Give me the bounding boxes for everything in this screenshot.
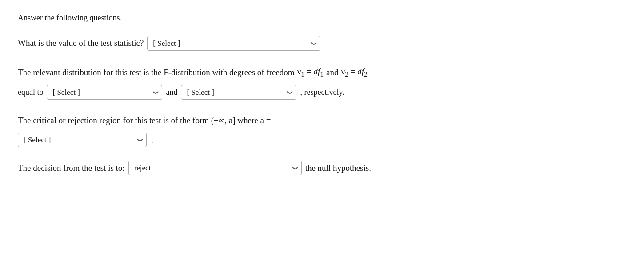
q2-equal-to: equal to [18, 88, 43, 97]
q4-decision-select[interactable]: reject fail to reject [128, 161, 302, 175]
q2-and-text: and [326, 65, 338, 80]
q3-rejection-select[interactable]: [ Select ] Option 1 Option 2 [18, 133, 147, 147]
q4-suffix: the null hypothesis. [305, 161, 371, 175]
q2-respectively: , respectively. [300, 88, 344, 97]
q2-and-between: and [166, 88, 177, 97]
q2-select2-wrapper: [ Select ] 1 2 [181, 85, 296, 100]
q3-line1: The critical or rejection region for thi… [18, 113, 271, 128]
q4-select-wrapper: reject fail to reject [128, 161, 302, 175]
q2-v1: ν1 = df1 [297, 64, 324, 81]
q3-dot: . [151, 133, 153, 147]
intro-text: Answer the following questions. [18, 13, 626, 23]
test-statistic-wrapper: [ Select ] Option 1 Option 2 [147, 36, 320, 51]
q2-select1-wrapper: [ Select ] 1 2 [47, 85, 162, 100]
q1-label: What is the value of the test statistic? [18, 36, 144, 50]
q4-label: The decision from the test is to: [18, 161, 125, 175]
q2-v2: ν2 = df2 [341, 64, 368, 81]
test-statistic-select[interactable]: [ Select ] Option 1 Option 2 [147, 36, 320, 51]
q2-line1: The relevant distribution for this test … [18, 65, 295, 80]
q2-df2-select[interactable]: [ Select ] 1 2 [181, 85, 296, 100]
q2-df1-select[interactable]: [ Select ] 1 2 [47, 85, 162, 100]
q3-select-wrapper: [ Select ] Option 1 Option 2 [18, 133, 147, 147]
